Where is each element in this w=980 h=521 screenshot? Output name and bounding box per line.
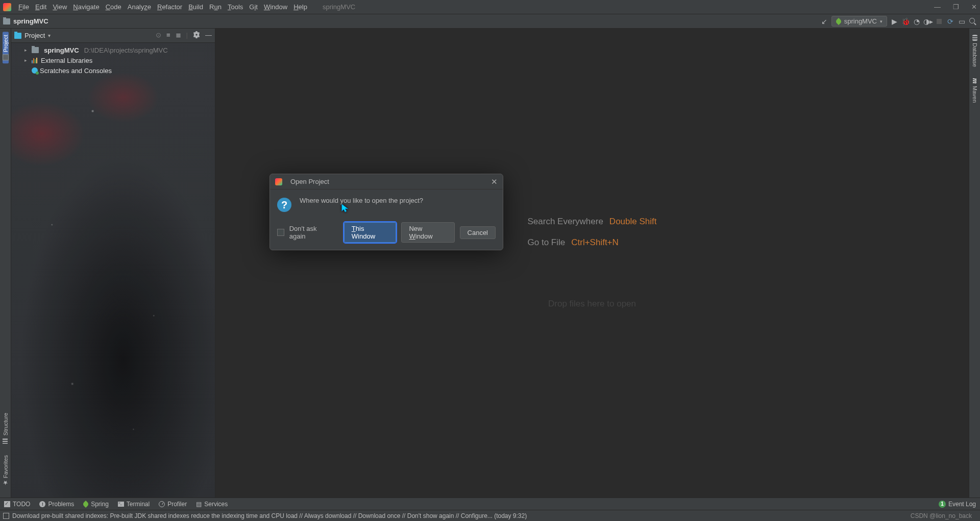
intellij-icon <box>3 3 11 11</box>
notification-badge: 1 <box>939 501 946 508</box>
chevron-down-icon: ▾ <box>880 19 883 24</box>
left-tool-stripe: Project Structure ★ Favorites <box>0 29 11 498</box>
search-icon[interactable] <box>969 17 977 26</box>
problems-icon: ! <box>39 501 45 507</box>
maven-icon: m <box>971 78 979 84</box>
expand-all-icon[interactable]: ≡ <box>166 31 170 40</box>
tab-project[interactable]: Project <box>3 32 9 63</box>
tree-root-path: D:\IDEA\projects\springMVC <box>84 46 168 54</box>
layout-icon[interactable]: ▭ <box>958 17 966 26</box>
watermark: CSDN @lion_no_back <box>911 512 977 519</box>
close-window-icon[interactable]: ✕ <box>971 3 977 11</box>
libraries-icon <box>32 57 39 63</box>
drop-files-hint: Drop files here to open <box>548 294 636 315</box>
question-icon: ? <box>277 198 291 212</box>
right-tool-stripe: Database m Maven <box>969 29 980 498</box>
menu-edit[interactable]: Edit <box>32 2 50 12</box>
tab-spring[interactable]: Spring <box>83 501 109 508</box>
tab-structure[interactable]: Structure <box>3 410 9 447</box>
menu-file[interactable]: File <box>15 2 32 12</box>
breadcrumb-root[interactable]: springMVC <box>13 17 48 25</box>
editor-empty-state: Search Everywhere Double Shift Go to Fil… <box>215 29 969 498</box>
tab-event-log[interactable]: 1Event Log <box>939 501 976 508</box>
intellij-icon <box>275 178 282 185</box>
stop-icon[interactable] <box>935 17 943 26</box>
debug-icon[interactable]: 🐞 <box>901 17 910 26</box>
run-icon[interactable]: ▶ <box>890 17 898 26</box>
tab-todo[interactable]: TODO <box>4 501 30 508</box>
status-bar: Download pre-built shared indexes: Pre-b… <box>0 510 980 521</box>
spring-boot-icon <box>835 17 842 25</box>
menu-build[interactable]: Build <box>185 2 206 12</box>
build-icon[interactable]: ↙ <box>820 17 828 26</box>
maximize-icon[interactable]: ❐ <box>953 3 959 11</box>
profiler-icon <box>159 501 165 507</box>
tab-problems[interactable]: !Problems <box>39 501 74 508</box>
this-window-button[interactable]: This Window <box>344 222 397 243</box>
menu-window[interactable]: Window <box>261 2 290 12</box>
menu-navigate[interactable]: Navigate <box>70 2 102 12</box>
menu-run[interactable]: Run <box>206 2 225 12</box>
tab-favorites[interactable]: ★ Favorites <box>3 452 9 489</box>
run-configuration-selector[interactable]: springMVC ▾ <box>831 16 887 27</box>
services-icon: ▤ <box>196 501 202 508</box>
chevron-right-icon[interactable]: ▸ <box>24 48 30 53</box>
menu-analyze[interactable]: Analyze <box>125 2 154 12</box>
menu-view[interactable]: View <box>50 2 70 12</box>
hint-shortcut: Double Shift <box>609 211 657 232</box>
tab-services[interactable]: ▤Services <box>196 501 228 508</box>
menu-code[interactable]: Code <box>103 2 125 12</box>
navigation-bar: springMVC ↙ springMVC ▾ ▶ 🐞 ◔ ◑▸ ⟳ ▭ <box>0 14 980 29</box>
tree-node-scratches[interactable]: ▸ Scratches and Consoles <box>11 65 215 76</box>
status-message[interactable]: Download pre-built shared indexes: Pre-b… <box>12 512 527 519</box>
module-folder-icon <box>32 47 39 53</box>
dont-ask-again-label[interactable]: Don't ask again <box>289 225 334 240</box>
coverage-icon[interactable]: ◔ <box>913 17 921 26</box>
tab-profiler[interactable]: Profiler <box>159 501 187 508</box>
dialog-title: Open Project <box>290 178 329 185</box>
new-window-button[interactable]: New Window <box>401 222 454 243</box>
project-view-title[interactable]: Project <box>24 32 45 39</box>
hide-icon[interactable]: — <box>205 31 212 40</box>
tree-root-label: springMVC <box>44 46 79 54</box>
menu-git[interactable]: Git <box>246 2 261 12</box>
git-update-icon[interactable]: ⟳ <box>946 17 954 26</box>
dialog-message: Where would you like to open the project… <box>300 197 423 212</box>
minimize-icon[interactable]: — <box>934 3 941 11</box>
close-icon[interactable]: ✕ <box>491 177 498 186</box>
tab-database[interactable]: Database <box>972 32 978 70</box>
chevron-down-icon[interactable]: ▾ <box>48 33 51 38</box>
spring-icon <box>82 500 89 507</box>
project-view-header: Project ▾ ⊙ ≡ ≣ | — <box>11 29 215 43</box>
tree-scratches-label: Scratches and Consoles <box>40 67 112 75</box>
menu-help[interactable]: Help <box>290 2 310 12</box>
gear-icon[interactable] <box>193 31 200 40</box>
dont-ask-again-checkbox[interactable] <box>277 229 284 236</box>
tree-external-label: External Libraries <box>41 57 92 64</box>
open-project-dialog: Open Project ✕ ? Where would you like to… <box>270 174 503 250</box>
menu-refactor[interactable]: Refactor <box>154 2 185 12</box>
dialog-titlebar: Open Project ✕ <box>270 174 503 190</box>
sidebar-toolbar: ⊙ ≡ ≣ | — <box>156 31 212 40</box>
editor-hints: Search Everywhere Double Shift Go to Fil… <box>528 211 657 315</box>
run-config-label: springMVC <box>844 17 877 25</box>
bottom-tool-stripe: TODO !Problems Spring Terminal Profiler … <box>0 498 980 510</box>
tree-node-external-libraries[interactable]: ▸ External Libraries <box>11 55 215 65</box>
star-icon: ★ <box>3 480 9 486</box>
database-icon <box>972 35 977 41</box>
chevron-right-icon[interactable]: ▸ <box>24 58 30 63</box>
terminal-icon <box>118 502 124 507</box>
menu-tools[interactable]: Tools <box>225 2 246 12</box>
tab-maven[interactable]: m Maven <box>971 75 979 106</box>
cancel-button[interactable]: Cancel <box>460 226 496 239</box>
tool-windows-icon[interactable] <box>3 513 9 519</box>
project-tool-window: Project ▾ ⊙ ≡ ≣ | — ▸ springMVC D:\IDEA\… <box>11 29 215 498</box>
project-tree[interactable]: ▸ springMVC D:\IDEA\projects\springMVC ▸… <box>11 43 215 498</box>
cursor-icon <box>341 203 350 212</box>
locate-icon[interactable]: ⊙ <box>156 31 161 40</box>
collapse-all-icon[interactable]: ≣ <box>176 31 181 40</box>
hint-label: Go to File <box>528 232 566 253</box>
tab-terminal[interactable]: Terminal <box>118 501 150 508</box>
profile-run-icon[interactable]: ◑▸ <box>924 17 932 26</box>
tree-node-root[interactable]: ▸ springMVC D:\IDEA\projects\springMVC <box>11 45 215 55</box>
